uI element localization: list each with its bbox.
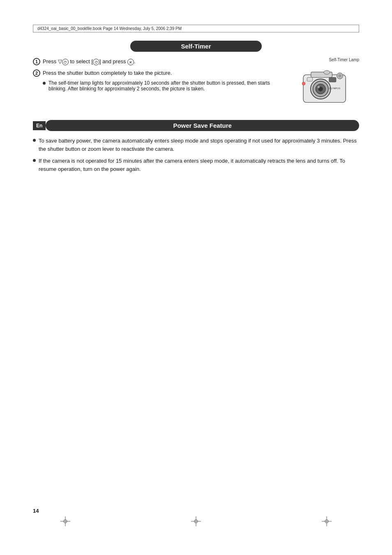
file-info-text: d4324_oai_basic_00_bookfile.book Page 14… [37, 26, 182, 31]
bottom-crosshair-right [322, 516, 332, 526]
lamp-label: Self-Timer Lamp [293, 58, 359, 62]
power-save-bullets: To save battery power, the camera automa… [33, 137, 359, 173]
step-2-number: 2 [33, 69, 40, 77]
svg-rect-43 [329, 77, 336, 82]
sub-bullet-text: The self-timer lamp lights for approxima… [48, 80, 285, 92]
power-save-title: Power Save Feature [46, 120, 359, 131]
camera-illustration: OLYMPUS [297, 64, 359, 109]
self-timer-steps: 1 Press ▽⏱ to select [⏱] and press ✕. 2 … [33, 58, 285, 92]
self-timer-title: Self-Timer [130, 41, 262, 52]
step-2: 2 Press the shutter button completely to… [33, 69, 285, 77]
power-bullet-2-text: If the camera is not operated for 15 min… [39, 157, 359, 173]
lang-badge: En [33, 121, 46, 130]
self-timer-image-area: Self-Timer Lamp [293, 58, 359, 110]
self-timer-content: 1 Press ▽⏱ to select [⏱] and press ✕. 2 … [33, 58, 359, 110]
bullet-dot-1-icon [33, 139, 36, 142]
file-info-bar: d4324_oai_basic_00_bookfile.book Page 14… [33, 25, 359, 32]
step-1-text: Press ▽⏱ to select [⏱] and press ✕. [43, 58, 285, 66]
self-timer-section: Self-Timer 1 Press ▽⏱ to select [⏱] and … [33, 41, 359, 110]
step-2-text: Press the shutter button completely to t… [43, 69, 285, 77]
power-bullet-2: If the camera is not operated for 15 min… [33, 157, 359, 173]
svg-point-41 [318, 86, 320, 88]
page-container: d4324_oai_basic_00_bookfile.book Page 14… [0, 0, 392, 555]
step-1: 1 Press ▽⏱ to select [⏱] and press ✕. [33, 58, 285, 66]
bullet-dot-2-icon [33, 159, 36, 162]
power-save-section: En Power Save Feature To save battery po… [33, 120, 359, 173]
svg-point-45 [338, 74, 341, 78]
svg-point-36 [324, 71, 330, 74]
svg-text:OLYMPUS: OLYMPUS [329, 87, 340, 90]
power-bullet-1: To save battery power, the camera automa… [33, 137, 359, 153]
page-number: 14 [33, 508, 39, 514]
step-1-number: 1 [33, 58, 40, 65]
svg-rect-42 [307, 77, 312, 81]
bullet-dot-icon [43, 82, 46, 85]
svg-point-48 [302, 82, 305, 85]
power-save-header: En Power Save Feature [33, 120, 359, 131]
bottom-crosshair-left [60, 516, 70, 526]
power-bullet-1-text: To save battery power, the camera automa… [39, 137, 359, 153]
sub-bullet: The self-timer lamp lights for approxima… [43, 80, 285, 92]
bottom-crosshair-mid [191, 516, 201, 526]
bottom-marks-row [0, 516, 392, 526]
